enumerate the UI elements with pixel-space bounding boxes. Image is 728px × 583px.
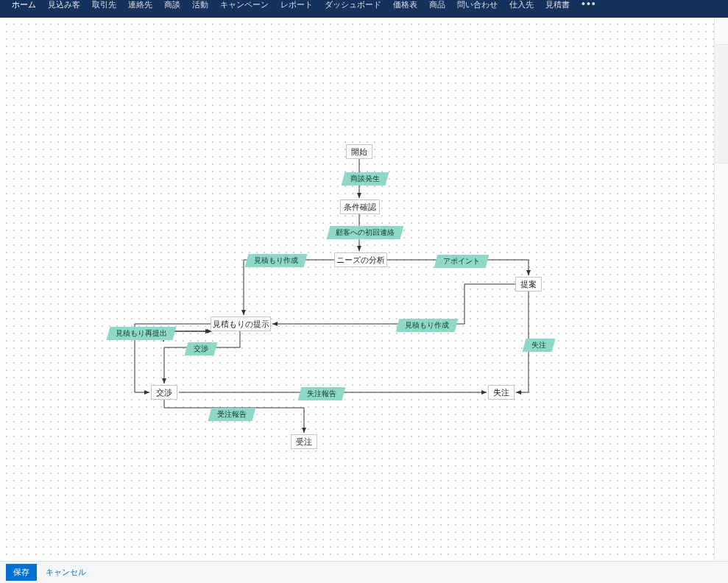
right-sidebar-strip xyxy=(714,18,728,561)
nav-item-7[interactable]: レポート xyxy=(275,0,319,9)
nav-more-icon[interactable]: ••• xyxy=(576,0,603,7)
right-sidebar-panel xyxy=(715,44,728,163)
nav-item-2[interactable]: 取引先 xyxy=(86,0,122,9)
nav-item-13[interactable]: 見積書 xyxy=(540,0,576,9)
footer-bar: 保存 キャンセル xyxy=(0,561,728,583)
nav-item-4[interactable]: 商談 xyxy=(158,0,186,9)
node-needs[interactable]: ニーズの分析 xyxy=(334,252,387,267)
nav-item-8[interactable]: ダッシュボード xyxy=(319,0,387,9)
diagram-edges xyxy=(0,18,715,561)
node-quote[interactable]: 見積もりの提示 xyxy=(211,317,271,331)
canvas-container: 開始条件確認ニーズの分析提案見積もりの提示交渉失注受注 商談発生顧客への初回連絡… xyxy=(0,18,728,561)
node-start[interactable]: 開始 xyxy=(346,144,372,159)
diagram-canvas[interactable]: 開始条件確認ニーズの分析提案見積もりの提示交渉失注受注 商談発生顧客への初回連絡… xyxy=(0,18,715,561)
nav-item-5[interactable]: 活動 xyxy=(186,0,214,9)
save-button[interactable]: 保存 xyxy=(6,564,37,581)
top-nav: ホーム見込み客取引先連絡先商談活動キャンペーンレポートダッシュボード価格表商品問… xyxy=(0,0,728,18)
nav-item-10[interactable]: 商品 xyxy=(423,0,451,9)
nav-item-12[interactable]: 仕入先 xyxy=(503,0,540,9)
edge-label-e6[interactable]: 見積もり再提出 xyxy=(107,327,177,340)
node-propose[interactable]: 提案 xyxy=(515,277,542,292)
edge-label-e3[interactable]: 見積もり作成 xyxy=(245,254,308,267)
nav-item-11[interactable]: 問い合わせ xyxy=(451,0,503,9)
node-won[interactable]: 受注 xyxy=(291,434,317,449)
edge-label-e8[interactable]: 失注 xyxy=(523,339,556,352)
edge-label-e10[interactable]: 受注報告 xyxy=(208,408,256,421)
node-nego[interactable]: 交渉 xyxy=(151,385,177,400)
edge-label-e5[interactable]: 見積もり作成 xyxy=(396,319,459,332)
cancel-button[interactable]: キャンセル xyxy=(46,567,86,578)
edge-label-e2[interactable]: 顧客への初回連絡 xyxy=(327,226,404,239)
nav-item-9[interactable]: 価格表 xyxy=(387,0,423,9)
nav-item-1[interactable]: 見込み客 xyxy=(42,0,86,9)
nav-item-3[interactable]: 連絡先 xyxy=(122,0,158,9)
edge-label-e7[interactable]: 交渉 xyxy=(185,342,218,356)
nav-item-6[interactable]: キャンペーン xyxy=(214,0,275,9)
edge-label-e4[interactable]: アポイント xyxy=(434,255,490,268)
edge-label-e9[interactable]: 失注報告 xyxy=(298,387,346,400)
edge-label-e1[interactable]: 商談発生 xyxy=(342,172,389,186)
node-cond[interactable]: 条件確認 xyxy=(340,199,380,214)
node-lost[interactable]: 失注 xyxy=(488,385,515,400)
nav-item-0[interactable]: ホーム xyxy=(6,0,42,9)
